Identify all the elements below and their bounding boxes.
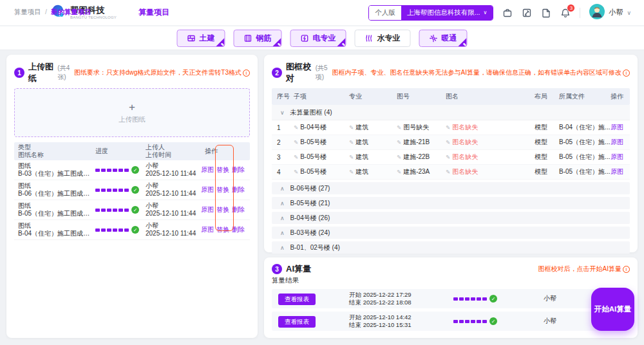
result-row: 查看报表 开始 2025-12-10 14:42 结束 2025-12-10 1… <box>272 312 615 331</box>
major-cell[interactable]: ✎建筑 <box>349 138 397 147</box>
group-row-collapsed[interactable]: ∧ B-01、02号楼 (4) <box>272 241 630 254</box>
sheet-name-cell[interactable]: ✎图名缺失 <box>446 167 535 176</box>
view-report-button[interactable]: 查看报表 <box>278 316 316 328</box>
tab-hvac[interactable]: 暖通 ✎ <box>419 30 468 47</box>
major-cell[interactable]: ✎建筑 <box>349 167 397 176</box>
view-original-link[interactable]: 原图 <box>201 205 214 214</box>
view-original-link[interactable]: 原图 <box>201 185 214 194</box>
subitem-cell[interactable]: ✎B-05号楼 <box>294 138 349 147</box>
info-icon[interactable]: i <box>243 70 250 77</box>
plus-icon: + <box>129 102 135 113</box>
frame-table-header: 序号 子项 专业 图号 图名 布局 所属文件 操作 <box>272 88 630 105</box>
progress-bar: ✓ <box>91 186 142 194</box>
sheet-name-cell[interactable]: ✎图名缺失 <box>446 138 535 147</box>
sheet-name-cell[interactable]: ✎图名缺失 <box>446 123 535 132</box>
upload-panel: 1 上传图纸 (共4张) 图纸要求：只支持dwg格式原始文件，天正文件需转T3格… <box>6 55 258 338</box>
success-check-icon: ✓ <box>131 186 139 194</box>
info-icon[interactable]: i <box>623 266 630 273</box>
app-header: 帮图科技 BANGTU TECHNOLOGY 算量项目 个人版 上海帮图信息科技… <box>0 0 644 26</box>
replace-link[interactable]: 替换 <box>216 185 229 194</box>
view-original-link[interactable]: 原图 <box>611 153 623 160</box>
replace-link[interactable]: 替换 <box>216 225 229 234</box>
replace-link[interactable]: 替换 <box>216 205 229 214</box>
sheet-no-cell[interactable]: ✎图号缺失 <box>397 123 446 132</box>
pencil-icon: ✎ <box>294 154 298 160</box>
chevron-up-icon: ∧ <box>280 185 285 192</box>
plan-company-dropdown[interactable]: 上海帮图信息科技有限... ∨ <box>401 6 493 20</box>
progress-bar: ✓ <box>452 317 536 325</box>
group-row-collapsed[interactable]: ∧ B-05号楼 (21) <box>272 197 630 209</box>
tab-civil[interactable]: 土建 ✎ <box>177 30 225 47</box>
delete-link[interactable]: 删除 <box>232 225 245 234</box>
pencil-icon: ✎ <box>397 139 401 145</box>
chevron-down-icon: ∨ <box>280 109 285 116</box>
chevron-up-icon: ∧ <box>280 230 285 236</box>
tab-rebar[interactable]: 钢筋 ✎ <box>234 30 282 47</box>
chevron-down-icon: ∨ <box>484 10 488 15</box>
table-row: 4 ✎B-05号楼 ✎建筑 ✎建施-23A ✎图名缺失 模型 B-05（住宅）施… <box>272 165 630 180</box>
file-icon[interactable] <box>541 8 551 18</box>
ai-panel-title: AI算量 <box>286 263 311 275</box>
plan-personal-option[interactable]: 个人版 <box>369 6 401 20</box>
frame-notice: 图框内子项、专业、图名任意缺失将无法参与AI算量，请确保信息正确，如有错误单击内… <box>332 68 630 77</box>
view-original-link[interactable]: 原图 <box>611 138 623 145</box>
bell-icon[interactable]: 3 <box>560 8 571 18</box>
sheet-no-cell[interactable]: ✎建施-21B <box>397 138 446 147</box>
breadcrumb-separator: / <box>45 8 47 17</box>
edit-file-icon[interactable] <box>522 8 532 18</box>
view-original-link[interactable]: 原图 <box>201 225 214 234</box>
delete-link[interactable]: 删除 <box>232 165 245 174</box>
delete-link[interactable]: 删除 <box>232 205 245 214</box>
plumbing-icon <box>365 34 374 42</box>
view-original-link[interactable]: 原图 <box>611 168 623 175</box>
briefcase-icon[interactable] <box>502 8 513 18</box>
tab-plumbing[interactable]: 水专业 <box>355 30 411 47</box>
pencil-icon: ✎ <box>397 154 401 160</box>
subitem-cell[interactable]: ✎B-05号楼 <box>294 167 349 176</box>
ai-quantity-panel: 3 AI算量 图框校对后，点击开始AI算量 i 算量结果 查看报表 开始 202… <box>264 257 638 338</box>
group-row-collapsed[interactable]: ∧ B-06号楼 (27) <box>272 182 630 194</box>
breadcrumb-root[interactable]: 算量项目 <box>14 8 41 17</box>
view-original-link[interactable]: 原图 <box>611 124 623 131</box>
group-row-collapsed[interactable]: ∧ B-03号楼 (24) <box>272 227 630 239</box>
user-menu[interactable]: 小帮 ∨ <box>589 4 631 22</box>
rebar-icon <box>244 34 252 42</box>
delete-link[interactable]: 删除 <box>232 185 245 194</box>
tab-electrical[interactable]: 电专业 ✎ <box>290 30 346 47</box>
frame-panel-title: 图框校对 <box>286 61 313 84</box>
major-cell[interactable]: ✎建筑 <box>349 153 397 162</box>
sheet-no-cell[interactable]: ✎建施-22B <box>397 153 446 162</box>
pencil-icon: ✎ <box>349 139 354 145</box>
nav-quantity-project[interactable]: 算量项目 <box>138 7 169 18</box>
avatar <box>589 4 605 22</box>
upload-notice: 图纸要求：只支持dwg格式原始文件，天正文件需转T3格式 i <box>74 68 250 77</box>
view-report-button[interactable]: 查看报表 <box>278 294 316 305</box>
sheet-name-cell[interactable]: ✎图名缺失 <box>446 153 535 162</box>
user-name: 小帮 <box>609 8 623 17</box>
replace-link[interactable]: 替换 <box>216 165 229 174</box>
pencil-icon: ✎ <box>349 169 354 175</box>
table-row: 图纸 B-06（住宅）施工图成果.dwg ✓ 小帮 2025-12-10 11:… <box>14 180 250 200</box>
chevron-up-icon: ∧ <box>280 245 285 251</box>
view-original-link[interactable]: 原图 <box>201 165 214 174</box>
pencil-icon: ✎ <box>446 154 450 160</box>
step-2-badge: 2 <box>272 68 282 78</box>
progress-bar: ✓ <box>91 206 142 214</box>
upload-panel-title: 上传图纸 <box>28 61 55 84</box>
pencil-icon: ✎ <box>294 169 298 175</box>
major-cell[interactable]: ✎建筑 <box>349 123 397 132</box>
subitem-cell[interactable]: ✎B-04号楼 <box>294 123 349 132</box>
progress-bar: ✓ <box>452 295 536 303</box>
pencil-icon: ✎ <box>397 169 401 175</box>
electrical-icon <box>301 34 309 42</box>
group-row-open[interactable]: ∨ 未算量图框 (4) <box>272 105 630 120</box>
info-icon[interactable]: i <box>623 70 630 77</box>
start-ai-quantity-button[interactable]: 开始AI算量 <box>591 288 634 331</box>
upload-dropzone[interactable]: + 上传图纸 <box>14 88 250 137</box>
success-check-icon: ✓ <box>131 166 139 174</box>
frame-count: (共5项) <box>316 64 332 82</box>
table-row: 2 ✎B-05号楼 ✎建筑 ✎建施-21B ✎图名缺失 模型 B-05（住宅）施… <box>272 135 630 150</box>
subitem-cell[interactable]: ✎B-05号楼 <box>294 153 349 162</box>
sheet-no-cell[interactable]: ✎建施-23A <box>397 167 446 176</box>
group-row-collapsed[interactable]: ∧ B-04号楼 (26) <box>272 212 630 224</box>
